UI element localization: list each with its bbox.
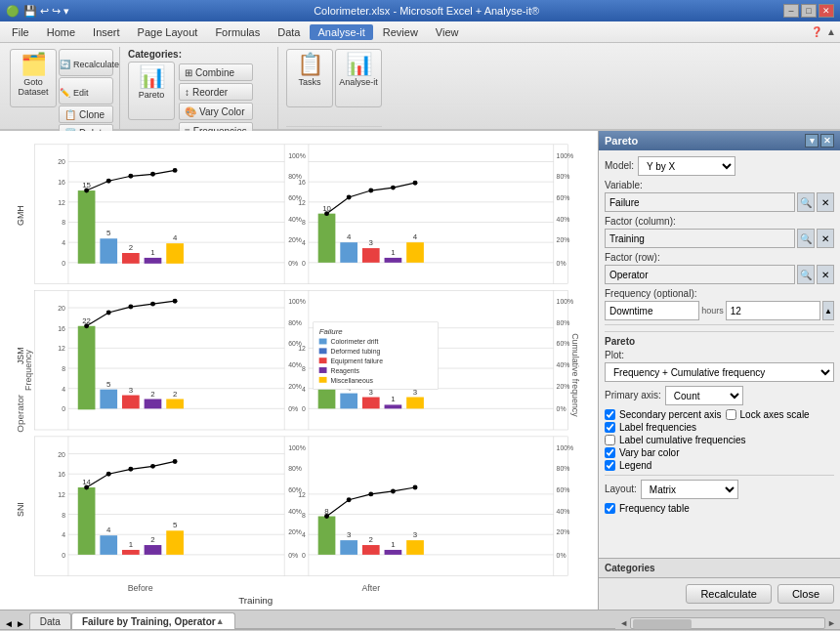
maximize-btn[interactable]: □ — [801, 4, 817, 18]
factor-col-input[interactable] — [605, 229, 795, 248]
combine-button[interactable]: ⊞ Combine — [179, 63, 253, 81]
sheet-tab-failure[interactable]: Failure by Training, Operator ▲ — [71, 612, 235, 629]
svg-text:16: 16 — [298, 179, 306, 186]
svg-text:2: 2 — [129, 243, 133, 252]
svg-text:80%: 80% — [557, 465, 570, 472]
sheet-tab-data[interactable]: Data — [29, 612, 71, 629]
svg-point-99 — [173, 299, 178, 304]
frequency-input[interactable] — [605, 301, 699, 320]
menu-review[interactable]: Review — [375, 24, 426, 40]
menu-page-layout[interactable]: Page Layout — [130, 24, 206, 40]
reorder-button[interactable]: ↕ Reorder — [179, 83, 253, 101]
svg-text:80%: 80% — [557, 319, 570, 326]
factor-row-input[interactable] — [605, 265, 795, 284]
goto-dataset-button[interactable]: 🗂️ GotoDataset — [10, 49, 57, 107]
title-bar-controls[interactable]: – □ ✕ — [783, 4, 834, 18]
svg-text:0: 0 — [302, 260, 306, 267]
help-icon[interactable]: ❓ — [811, 26, 822, 37]
ribbon-group-pareto: Categories: 📊 Pareto ⊞ Combine ↕ Reorder… — [122, 47, 278, 129]
horizontal-scrollbar[interactable] — [630, 617, 825, 629]
frequency-spinner-up[interactable]: ▲ — [822, 301, 834, 320]
close-btn[interactable]: ✕ — [819, 4, 834, 18]
label-cumulative-label: Label cumulative frequencies — [619, 435, 746, 445]
ribbon-group-report: 🗂️ GotoDataset 🔄 Recalculate ✏️ Edit 📋 C… — [4, 47, 120, 129]
menu-view[interactable]: View — [428, 24, 467, 40]
label-frequencies-label: Label frequencies — [619, 422, 696, 433]
scroll-left-btn[interactable]: ◄ — [619, 618, 628, 628]
svg-rect-141 — [319, 339, 327, 345]
legend-checkbox[interactable] — [605, 460, 615, 471]
svg-text:20%: 20% — [288, 383, 302, 390]
vary-color-icon: 🎨 — [185, 106, 196, 117]
analyse-it-button[interactable]: 📊 Analyse-it — [335, 49, 382, 107]
goto-dataset-label: GotoDataset — [18, 77, 48, 97]
frequency-num-input[interactable] — [726, 301, 820, 320]
primary-axis-label: Primary axis: — [605, 390, 661, 400]
tasks-button[interactable]: 📋 Tasks — [286, 49, 333, 107]
svg-text:0: 0 — [62, 260, 65, 267]
tab-scroll-left[interactable]: ◄ — [4, 618, 14, 629]
factor-row-clear-btn[interactable]: ✕ — [817, 265, 834, 284]
variable-input[interactable] — [605, 192, 795, 212]
factor-col-clear-btn[interactable]: ✕ — [817, 229, 834, 248]
svg-text:1: 1 — [391, 248, 395, 257]
menu-insert[interactable]: Insert — [85, 24, 128, 40]
svg-rect-53 — [362, 248, 380, 263]
scroll-right-btn[interactable]: ► — [827, 618, 836, 628]
svg-text:40%: 40% — [557, 508, 570, 515]
lock-axes-checkbox[interactable] — [726, 409, 736, 420]
clone-button[interactable]: 📋 Clone — [59, 105, 113, 123]
panel-footer: Recalculate Close — [599, 577, 840, 610]
svg-point-178 — [150, 464, 155, 469]
reorder-icon: ↕ — [185, 87, 189, 98]
svg-text:8: 8 — [302, 512, 306, 519]
svg-rect-15 — [78, 190, 96, 264]
svg-text:100%: 100% — [557, 444, 574, 451]
svg-text:After: After — [361, 583, 380, 593]
svg-text:16: 16 — [58, 471, 65, 478]
menu-formulas[interactable]: Formulas — [207, 24, 268, 40]
menu-analyse-it[interactable]: Analyse-it — [310, 24, 372, 40]
svg-text:40%: 40% — [288, 216, 302, 223]
svg-rect-149 — [319, 377, 327, 383]
svg-text:12: 12 — [298, 345, 306, 352]
svg-text:2: 2 — [150, 535, 154, 544]
primary-axis-select[interactable]: Count — [665, 386, 743, 405]
menu-file[interactable]: File — [4, 24, 37, 40]
factor-row-picker-btn[interactable]: 🔍 — [797, 265, 815, 284]
frequency-table-checkbox[interactable] — [605, 503, 615, 514]
vary-color-button[interactable]: 🎨 Vary Color — [179, 103, 253, 120]
variable-picker-btn[interactable]: 🔍 — [797, 192, 815, 212]
svg-text:40%: 40% — [288, 508, 302, 515]
layout-select[interactable]: Matrix — [641, 480, 738, 499]
svg-text:0%: 0% — [557, 260, 567, 267]
secondary-percent-checkbox[interactable] — [605, 409, 615, 420]
recalculate-panel-btn[interactable]: Recalculate — [686, 584, 771, 604]
svg-text:Deformed tubing: Deformed tubing — [330, 348, 380, 356]
recalculate-button[interactable]: 🔄 Recalculate — [59, 49, 113, 76]
menu-data[interactable]: Data — [270, 24, 308, 40]
vary-bar-color-label: Vary bar color — [619, 447, 680, 458]
svg-text:20%: 20% — [557, 236, 570, 243]
quick-access: 💾 ↩ ↪ ▾ — [23, 5, 69, 18]
close-panel-btn[interactable]: Close — [777, 584, 834, 604]
factor-col-picker-btn[interactable]: 🔍 — [797, 229, 815, 248]
svg-text:8: 8 — [62, 365, 65, 372]
panel-header-controls[interactable]: ▾ ✕ — [805, 134, 834, 147]
label-frequencies-checkbox[interactable] — [605, 422, 615, 433]
minimize-btn[interactable]: – — [783, 4, 799, 18]
vary-bar-color-checkbox[interactable] — [605, 447, 615, 458]
menu-home[interactable]: Home — [39, 24, 83, 40]
edit-button[interactable]: ✏️ Edit — [59, 77, 113, 105]
variable-clear-btn[interactable]: ✕ — [817, 192, 834, 212]
svg-rect-123 — [385, 404, 402, 408]
plot-select[interactable]: Frequency + Cumulative frequency — [605, 362, 834, 382]
ribbon-toggle[interactable]: ▲ — [826, 26, 836, 37]
svg-rect-171 — [145, 545, 162, 555]
label-cumulative-checkbox[interactable] — [605, 435, 615, 445]
panel-dropdown-btn[interactable]: ▾ — [805, 134, 819, 147]
panel-close-btn[interactable]: ✕ — [820, 134, 834, 147]
pareto-button[interactable]: 📊 Pareto — [128, 62, 175, 120]
model-select[interactable]: Y by X — [638, 156, 735, 176]
tab-scroll-right[interactable]: ► — [16, 618, 25, 629]
